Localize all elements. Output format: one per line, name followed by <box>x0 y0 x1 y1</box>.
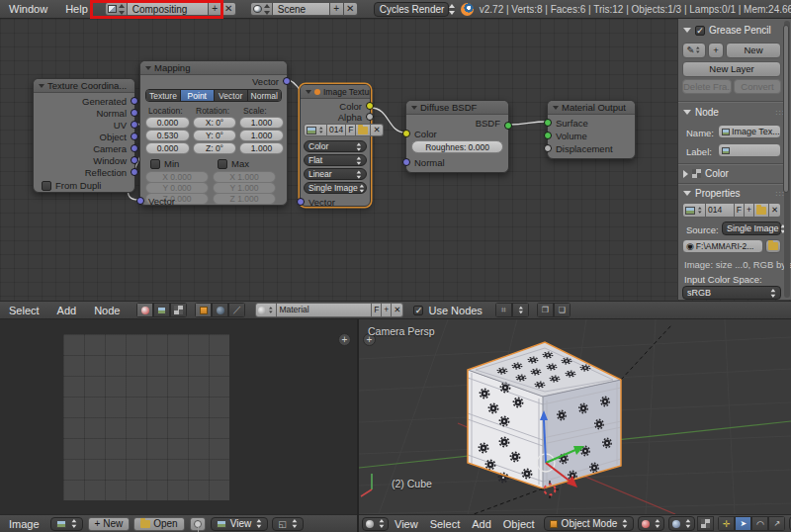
viewport-3d[interactable]: + Camera Persp (2) Cube <box>359 319 791 514</box>
min-checkbox[interactable] <box>150 159 160 169</box>
grease-pencil-panel-header[interactable]: ✓ Grease Pencil <box>683 25 771 36</box>
pin-icon[interactable] <box>190 517 206 531</box>
tree-type-buttons[interactable] <box>136 303 187 317</box>
socket-vector-in[interactable] <box>297 198 305 206</box>
uv-image-editor[interactable]: + <box>0 319 357 514</box>
pencil-mode-dropdown[interactable]: ✎ <box>682 43 706 58</box>
scale-y[interactable]: 1.000 <box>239 130 284 141</box>
screen-layout-name[interactable]: Compositing <box>128 2 209 16</box>
rotation-z[interactable]: Z: 0° <box>193 142 236 154</box>
use-nodes-checkbox[interactable]: ✓ <box>413 306 423 315</box>
close-layout-button[interactable]: ✕ <box>222 2 236 16</box>
screen-layout-icon[interactable] <box>105 2 128 16</box>
pivot-point-dropdown[interactable] <box>668 516 695 531</box>
render-engine-dropdown[interactable]: Cycles Render <box>374 2 449 17</box>
node-name-field[interactable]: Image Tex... <box>718 125 781 138</box>
material-datablock[interactable]: Material F + ✕ <box>255 303 403 317</box>
node-diffuse-bsdf[interactable]: Diffuse BSDF BSDF Color Roughnes: 0.000 … <box>405 100 509 173</box>
scale-z[interactable]: 1.000 <box>239 142 284 154</box>
material-name[interactable]: Material <box>277 303 372 317</box>
show-panel-plus-icon[interactable]: + <box>338 333 351 346</box>
lamp-context-icon[interactable]: ／ <box>228 303 245 317</box>
node-image-texture[interactable]: Image Texture Color Alpha 014 F ✕ Color … <box>300 84 371 207</box>
material-browse-icon[interactable] <box>255 303 277 317</box>
mode-vector[interactable]: Vector <box>215 90 248 101</box>
properties-panel-header[interactable]: Properties::: <box>683 188 785 199</box>
socket-alpha-out[interactable] <box>366 113 374 121</box>
gp-delete-frame-button[interactable]: Delete Fra... <box>682 79 732 94</box>
scene-name[interactable]: Scene <box>273 2 330 16</box>
sidebar-scrollbar[interactable] <box>784 21 790 298</box>
from-dupli-checkbox[interactable] <box>42 181 51 191</box>
socket-volume-in[interactable] <box>544 132 552 139</box>
add-layout-button[interactable]: + <box>209 2 222 16</box>
scene-selector[interactable]: Scene + ✕ <box>250 2 358 16</box>
socket-surface-in[interactable] <box>544 119 552 127</box>
menu-image[interactable]: Image <box>0 515 48 532</box>
shader-nodes-icon[interactable] <box>136 303 153 317</box>
close-scene-button[interactable]: ✕ <box>344 2 358 16</box>
mapping-type-buttons[interactable]: Texture Point Vector Normal <box>145 89 282 102</box>
gp-convert-button[interactable]: Convert <box>734 79 781 94</box>
location-y[interactable]: 0.530 <box>145 130 190 141</box>
world-context-icon[interactable] <box>212 303 228 317</box>
socket-generated[interactable] <box>131 97 138 105</box>
unlink-material-button[interactable]: ✕ <box>392 303 403 317</box>
menu-node[interactable]: Node <box>85 302 129 319</box>
open-image-button[interactable]: Open <box>133 517 184 531</box>
color-space-dropdown[interactable]: Color <box>304 140 367 152</box>
rotation-x[interactable]: X: 0° <box>193 117 236 129</box>
area-divider[interactable] <box>357 319 359 532</box>
paste-node-icon[interactable]: ❏ <box>554 303 571 317</box>
color-panel-header[interactable]: Color <box>683 168 729 179</box>
copy-paste-buttons[interactable]: ❐ ❏ <box>537 303 571 317</box>
socket-window[interactable] <box>131 156 138 164</box>
menu-window[interactable]: Window <box>0 0 56 18</box>
location-x[interactable]: 0.000 <box>145 117 190 129</box>
location-z[interactable]: 0.000 <box>145 142 190 154</box>
node-panel-header[interactable]: Node::: <box>683 107 785 118</box>
node-texture-coordinate[interactable]: Texture Coordina... Generated Normal UV … <box>33 78 135 193</box>
image-name[interactable]: 014 <box>327 124 346 136</box>
projection-dropdown[interactable]: Flat <box>304 154 367 166</box>
node-mapping[interactable]: Mapping Vector Texture Point Vector Norm… <box>139 60 288 206</box>
socket-camera[interactable] <box>131 144 138 152</box>
open-image-icon[interactable] <box>356 124 371 136</box>
shader-context-buttons[interactable]: ／ <box>195 303 245 317</box>
manipulator-axis-icon[interactable]: ✛ <box>718 516 735 531</box>
menu-help[interactable]: Help <box>56 0 97 18</box>
node-material-output[interactable]: Material Output Surface Volume Displacem… <box>547 100 636 159</box>
rotation-y[interactable]: Y: 0° <box>193 130 236 141</box>
scale-manipulator-icon[interactable]: ↗ <box>768 516 785 531</box>
menu-view[interactable]: View <box>389 515 424 532</box>
socket-object[interactable] <box>131 133 138 140</box>
mode-dropdown[interactable]: Object Mode <box>544 516 635 531</box>
pivot-align-toggle-icon[interactable] <box>697 516 714 531</box>
translate-manipulator-icon[interactable]: ➤ <box>735 516 751 531</box>
new-image-button[interactable]: + New <box>88 517 131 531</box>
display-channels-dropdown[interactable]: ◱ <box>272 517 304 531</box>
manipulator-buttons[interactable]: ✛ ➤ ◠ ↗ <box>718 516 785 531</box>
roughness-slider[interactable]: Roughnes: 0.000 <box>411 140 503 153</box>
source-dropdown[interactable]: Single Image <box>722 222 781 235</box>
socket-normal[interactable] <box>131 109 138 117</box>
object-context-icon[interactable] <box>195 303 212 317</box>
image-browse-dropdown[interactable] <box>50 517 83 531</box>
rotate-manipulator-icon[interactable]: ◠ <box>751 516 768 531</box>
socket-normal-in[interactable] <box>402 158 410 166</box>
max-checkbox[interactable] <box>218 159 227 169</box>
browse-path-button[interactable] <box>765 239 781 253</box>
image-browse-icon[interactable] <box>682 203 706 218</box>
view-mode-dropdown[interactable]: View <box>211 517 269 531</box>
gp-new-layer-button[interactable]: New Layer <box>682 61 781 77</box>
mode-texture[interactable]: Texture <box>146 90 181 101</box>
editor-type-dropdown[interactable] <box>362 517 389 531</box>
add-pencil-button[interactable]: + <box>708 43 724 58</box>
mode-normal[interactable]: Normal <box>248 90 281 101</box>
image-path-field[interactable]: ◉F:\AMMARI-2... <box>682 239 763 253</box>
image-name[interactable]: 014 <box>706 203 735 218</box>
image-datablock[interactable]: 014 F ✕ <box>304 124 367 136</box>
open-image-icon[interactable] <box>754 203 769 218</box>
socket-bsdf-out[interactable] <box>504 122 512 130</box>
node-label-field[interactable] <box>718 143 781 157</box>
